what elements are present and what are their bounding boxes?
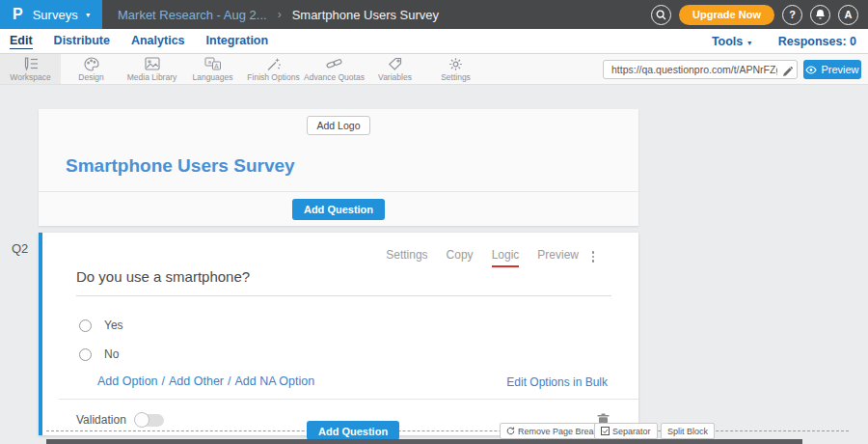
toolbar-label: Variables	[378, 72, 412, 82]
kebab-menu-icon[interactable]	[586, 249, 600, 264]
remove-page-break-button[interactable]: Remove Page Break	[500, 423, 605, 439]
remove-page-break-label: Remove Page Break	[518, 427, 598, 436]
add-logo-button[interactable]: Add Logo	[307, 116, 371, 135]
toolbar-item-media-library[interactable]: Media Library	[122, 54, 182, 84]
separator-label: Separator	[612, 427, 651, 436]
answer-option-row: Yes	[79, 319, 123, 332]
tab-integration[interactable]: Integration	[206, 34, 269, 48]
link-separator: /	[162, 375, 165, 388]
responses-count[interactable]: Responses: 0	[778, 35, 856, 48]
question-tab-logic[interactable]: Logic	[492, 248, 520, 267]
survey-title[interactable]: Smartphone Users Survey	[39, 150, 638, 191]
survey-editor-canvas: Q2 Add Logo Smartphone Users Survey Add …	[0, 85, 868, 444]
page-break-dashed-line	[46, 430, 849, 431]
question-code: Q2	[12, 241, 28, 256]
help-button[interactable]: ?	[782, 5, 802, 25]
surveys-product-switcher[interactable]: P Surveys ▼	[0, 0, 102, 29]
preview-label: Preview	[821, 64, 858, 75]
next-block-top-edge	[46, 439, 802, 444]
search-icon	[656, 10, 666, 20]
tab-distribute[interactable]: Distribute	[54, 34, 110, 48]
toolbar-label: Settings	[441, 72, 471, 82]
survey-header-section: Add Logo Smartphone Users Survey Add Que…	[39, 109, 638, 226]
answer-option-row: No	[79, 347, 119, 361]
question-tab-settings[interactable]: Settings	[386, 248, 427, 267]
breadcrumb-current: Smartphone Users Survey	[292, 8, 439, 22]
survey-card: Add Logo Smartphone Users Survey Add Que…	[39, 109, 638, 435]
toolbar-item-finish-options[interactable]: Finish Options	[243, 54, 304, 84]
topbar-actions: Upgrade Now ? A	[651, 5, 868, 25]
link-separator: /	[228, 375, 231, 388]
tab-edit[interactable]: Edit	[10, 34, 33, 49]
questionpro-logo: P	[13, 6, 23, 23]
avatar[interactable]: A	[838, 5, 858, 25]
breadcrumb: Market Research - Aug 2... › Smartphone …	[118, 8, 439, 22]
tools-menu[interactable]: Tools ▼	[712, 35, 753, 48]
split-block-label: Split Block	[667, 427, 708, 436]
finish-options-icon	[266, 57, 282, 71]
toolbar-label: Finish Options	[247, 72, 299, 82]
svg-text:a: a	[208, 59, 212, 65]
preview-button[interactable]: Preview	[803, 60, 861, 79]
remove-page-break-icon	[506, 427, 515, 435]
menu-right-actions: Tools ▼ Responses: 0	[712, 35, 868, 48]
add-question-button-bottom[interactable]: Add Question	[307, 421, 399, 440]
split-block-button[interactable]: Split Block	[661, 423, 715, 439]
chevron-down-icon: ▼	[85, 12, 92, 18]
toolbar-item-design[interactable]: Design	[61, 54, 122, 84]
toolbar-label: Languages	[192, 72, 232, 82]
product-label: Surveys	[33, 8, 78, 22]
toolbar-label: Advance Quotas	[304, 72, 365, 82]
add-option-link[interactable]: Add Option	[97, 375, 158, 388]
add-question-button-top[interactable]: Add Question	[292, 199, 385, 220]
toolbar-item-workspace[interactable]: Workspace	[0, 54, 61, 84]
option-add-links: Add Option/Add Other/Add NA Option	[97, 375, 314, 388]
top-navbar: P Surveys ▼ Market Research - Aug 2... ›…	[0, 0, 868, 29]
question-text[interactable]: Do you use a smartphone?	[76, 268, 611, 296]
tab-analytics[interactable]: Analytics	[131, 34, 185, 48]
add-question-row: Add Question	[39, 192, 638, 226]
toolbar-item-advance-quotas[interactable]: Advance Quotas	[304, 54, 365, 84]
bell-icon	[815, 9, 826, 20]
question-divider	[59, 399, 638, 400]
radio-button-no[interactable]	[79, 348, 92, 361]
question-tab-preview[interactable]: Preview	[537, 248, 579, 267]
breadcrumb-parent[interactable]: Market Research - Aug 2...	[118, 8, 267, 22]
tools-label: Tools	[712, 35, 743, 48]
question-tab-copy[interactable]: Copy	[447, 248, 474, 267]
design-icon	[84, 57, 99, 71]
toolbar-item-variables[interactable]: Variables	[365, 54, 425, 84]
eye-icon	[805, 66, 817, 74]
option-label[interactable]: No	[104, 347, 119, 361]
languages-icon: aA	[204, 57, 221, 71]
survey-link-field	[603, 60, 798, 79]
option-label[interactable]: Yes	[104, 319, 123, 332]
media-library-icon	[145, 57, 160, 71]
chevron-down-icon: ▼	[746, 40, 753, 46]
variables-icon	[388, 57, 402, 71]
svg-text:A: A	[214, 63, 219, 69]
search-button[interactable]	[651, 5, 671, 25]
advance-quotas-icon	[326, 57, 342, 71]
upgrade-now-button[interactable]: Upgrade Now	[679, 5, 774, 25]
add-logo-row: Add Logo	[39, 109, 638, 150]
toolbar-item-settings[interactable]: Settings	[425, 54, 486, 84]
separator-button[interactable]: Separator	[594, 423, 658, 439]
edit-options-in-bulk-link[interactable]: Edit Options in Bulk	[506, 375, 608, 389]
edit-url-pencil-icon[interactable]	[782, 64, 793, 81]
toolbar-label: Workspace	[10, 72, 50, 82]
survey-url-input[interactable]	[603, 60, 798, 79]
editor-toolbar: Workspace Design Media Library aA Langua…	[0, 54, 868, 85]
workspace-icon	[22, 57, 39, 71]
question-block: Settings Copy Logic Preview Do you use a…	[39, 233, 638, 435]
separator-checkbox-icon	[601, 427, 610, 435]
add-na-option-link[interactable]: Add NA Option	[235, 375, 315, 388]
radio-button-yes[interactable]	[79, 319, 92, 332]
add-other-link[interactable]: Add Other	[169, 375, 224, 388]
toolbar-item-languages[interactable]: aA Languages	[182, 54, 243, 84]
survey-menu-bar: Edit Distribute Analytics Integration To…	[0, 29, 868, 54]
question-tabs: Settings Copy Logic Preview	[386, 248, 579, 267]
toolbar-label: Media Library	[127, 72, 177, 82]
breadcrumb-separator: ›	[278, 8, 282, 21]
notifications-button[interactable]	[810, 5, 830, 25]
